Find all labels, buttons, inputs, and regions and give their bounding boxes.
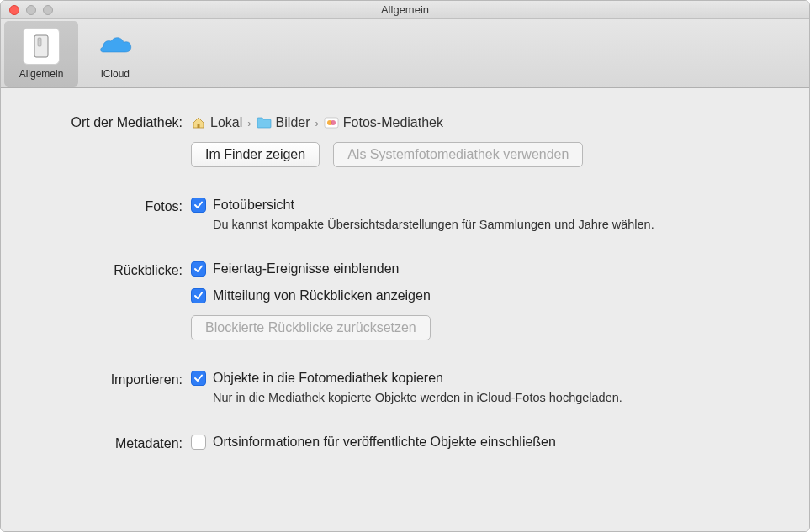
tab-general-label: Allgemein <box>19 68 64 80</box>
preferences-window: Allgemein Allgemein iCloud Ort der <box>0 0 810 532</box>
checkbox-label: Objekte in die Fotomediathek kopieren <box>213 371 443 386</box>
close-button[interactable] <box>9 5 19 15</box>
folder-icon <box>257 115 272 130</box>
row-photos: Fotos: Fotoübersicht Du kannst kompakte … <box>31 198 779 231</box>
row-library-location: Ort der Mediathek: Lokal › Bilder <box>31 113 779 167</box>
breadcrumb-item-library[interactable]: Fotos-Mediathek <box>324 115 443 130</box>
tab-icloud[interactable]: iCloud <box>78 21 152 87</box>
chevron-right-icon: › <box>247 117 251 129</box>
breadcrumb-label: Lokal <box>210 115 242 130</box>
breadcrumb-item-folder[interactable]: Bilder <box>257 115 310 130</box>
label-library-location: Ort der Mediathek: <box>31 113 191 130</box>
label-import: Importieren: <box>31 371 191 387</box>
svg-point-6 <box>331 120 336 125</box>
checkbox-icon <box>191 435 206 450</box>
row-import: Importieren: Objekte in die Fotomediathe… <box>31 371 779 404</box>
minimize-button[interactable] <box>26 5 36 15</box>
helper-summarize-photos: Du kannst kompakte Übersichtsdarstellung… <box>191 218 779 231</box>
checkbox-copy-to-library[interactable]: Objekte in die Fotomediathek kopieren <box>191 371 779 386</box>
svg-point-2 <box>39 38 40 40</box>
checkbox-icon <box>191 261 206 277</box>
svg-rect-3 <box>198 124 200 128</box>
checkbox-include-location[interactable]: Ortsinformationen für veröffentlichte Ob… <box>191 435 779 450</box>
content-pane: Ort der Mediathek: Lokal › Bilder <box>1 88 809 531</box>
row-metadata: Metadaten: Ortsinformationen für veröffe… <box>31 435 779 451</box>
show-in-finder-button[interactable]: Im Finder zeigen <box>191 142 320 167</box>
breadcrumb-item-home[interactable]: Lokal <box>191 115 242 130</box>
chevron-right-icon: › <box>315 117 319 129</box>
checkbox-summarize-photos[interactable]: Fotoübersicht <box>191 198 779 213</box>
breadcrumb-label: Bilder <box>276 115 310 130</box>
checkbox-icon <box>191 288 206 303</box>
breadcrumb-label: Fotos-Mediathek <box>343 115 443 130</box>
home-icon <box>191 115 206 130</box>
checkbox-show-holidays[interactable]: Feiertag-Ereignisse einblenden <box>191 261 779 277</box>
toolbar: Allgemein iCloud <box>1 19 809 88</box>
breadcrumb: Lokal › Bilder › Fotos-Mediath <box>191 113 779 137</box>
checkbox-icon <box>191 371 206 386</box>
label-memories: Rückblicke: <box>31 261 191 278</box>
tab-general[interactable]: Allgemein <box>4 21 78 87</box>
photos-library-icon <box>324 115 339 130</box>
helper-copy-to-library: Nur in die Mediathek kopierte Objekte we… <box>191 391 779 404</box>
general-icon <box>23 28 60 65</box>
tab-icloud-label: iCloud <box>101 68 130 80</box>
zoom-button[interactable] <box>43 5 53 15</box>
window-title: Allgemein <box>1 3 809 16</box>
checkbox-label: Mitteilung von Rückblicken anzeigen <box>213 288 431 303</box>
use-as-system-library-button[interactable]: Als Systemfotomediathek verwenden <box>333 142 583 167</box>
checkbox-show-memories-notification[interactable]: Mitteilung von Rückblicken anzeigen <box>191 288 779 303</box>
label-photos: Fotos: <box>31 198 191 214</box>
reset-blocked-memories-button[interactable]: Blockierte Rückblicke zurücksetzen <box>191 315 431 340</box>
label-metadata: Metadaten: <box>31 435 191 451</box>
icloud-icon <box>97 28 134 65</box>
checkbox-label: Fotoübersicht <box>213 198 294 213</box>
checkbox-label: Ortsinformationen für veröffentlichte Ob… <box>213 435 556 450</box>
checkbox-label: Feiertag-Ereignisse einblenden <box>213 261 399 277</box>
window-controls <box>1 5 53 15</box>
row-memories: Rückblicke: Feiertag-Ereignisse einblend… <box>31 261 779 340</box>
titlebar: Allgemein <box>1 1 809 19</box>
checkbox-icon <box>191 198 206 213</box>
